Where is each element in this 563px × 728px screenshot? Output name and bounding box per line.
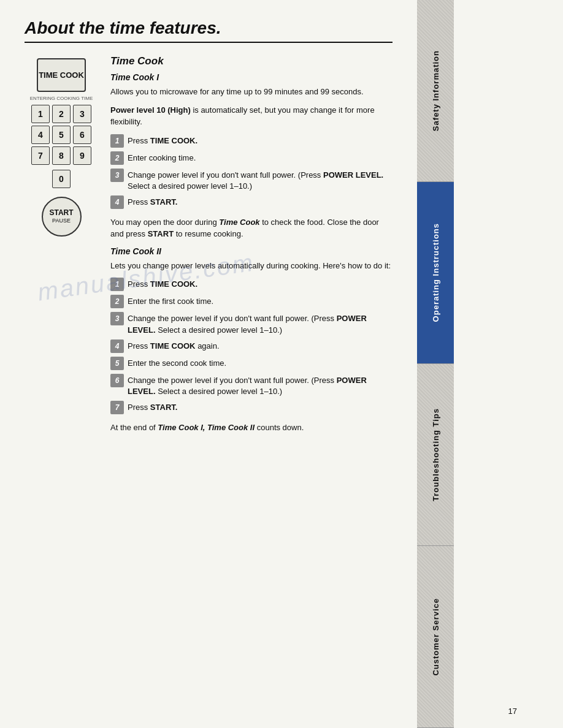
tab-troubleshooting-label: Troubleshooting Tips	[431, 408, 440, 501]
step-tc2-7-icon: 7	[110, 401, 124, 414]
time-cook-1-power: Power level 10 (High) is automatically s…	[110, 104, 393, 128]
step-tc2-1-icon: 1	[110, 278, 124, 291]
tab-operating-label: Operating Instructions	[431, 223, 440, 322]
time-cook-1-intro: Allows you to microwave for any time up …	[110, 86, 393, 98]
step-tc2-3-icon: 3	[110, 312, 124, 325]
key-5[interactable]: 5	[52, 126, 71, 144]
step-item: 5 Enter the second cook time.	[110, 357, 393, 370]
key-6[interactable]: 6	[73, 126, 91, 144]
step-item: 7 Press START.	[110, 401, 393, 414]
time-cook-2-footer: At the end of Time Cook I, Time Cook II …	[110, 422, 393, 434]
key-1[interactable]: 1	[31, 105, 50, 123]
time-cook-button[interactable]: TIME COOK	[37, 58, 86, 92]
tab-customer-label: Customer Service	[431, 598, 440, 676]
step-item: 4 Press TIME COOK again.	[110, 339, 393, 353]
sidebar-tabs: Safety Information Operating Instruction…	[417, 0, 454, 728]
step-item: 1 Press TIME COOK.	[110, 134, 393, 148]
time-cook-2-steps: 1 Press TIME COOK. 2 Enter the first coo…	[110, 278, 393, 414]
step-2-icon: 2	[110, 151, 124, 165]
step-1-icon: 1	[110, 134, 124, 148]
tab-customer[interactable]: Customer Service	[417, 546, 454, 728]
step-3-icon: 3	[110, 169, 124, 182]
tab-operating[interactable]: Operating Instructions	[417, 182, 454, 364]
step-item: 3 Change the power level if you don't wa…	[110, 312, 393, 335]
tab-safety[interactable]: Safety Information	[417, 0, 454, 182]
time-cook-1-tip: You may open the door during Time Cook t…	[110, 216, 393, 240]
keypad-label: ENTERING COOKING TIME	[30, 96, 93, 101]
step-tc2-6-text: Change the power level if you don't want…	[128, 374, 393, 397]
start-pause-button[interactable]: START PAUSE	[42, 197, 82, 237]
step-tc2-4-icon: 4	[110, 339, 124, 353]
step-3-text: Change power level if you don't want ful…	[128, 169, 393, 192]
page-number: 17	[508, 707, 517, 716]
step-tc2-7-text: Press START.	[128, 401, 177, 413]
step-tc2-6-icon: 6	[110, 374, 124, 387]
step-item: 2 Enter the first cook time.	[110, 295, 393, 308]
tab-troubleshooting[interactable]: Troubleshooting Tips	[417, 364, 454, 546]
key-2[interactable]: 2	[52, 105, 71, 123]
page-title: About the time features.	[25, 18, 393, 38]
step-tc2-2-text: Enter the first cook time.	[128, 295, 213, 307]
step-item: 6 Change the power level if you don't wa…	[110, 374, 393, 397]
time-cook-1-subtitle: Time Cook I	[110, 72, 393, 82]
step-tc2-1-text: Press TIME COOK.	[128, 278, 197, 290]
step-tc2-5-icon: 5	[110, 357, 124, 370]
time-cook-1-steps: 1 Press TIME COOK. 2 Enter cooking time.…	[110, 134, 393, 209]
step-4-text: Press START.	[128, 195, 177, 208]
step-1-text: Press TIME COOK.	[128, 134, 197, 146]
step-tc2-5-text: Enter the second cook time.	[128, 357, 226, 369]
step-item: 4 Press START.	[110, 195, 393, 209]
step-tc2-2-icon: 2	[110, 295, 124, 308]
key-9[interactable]: 9	[73, 146, 91, 165]
tab-safety-label: Safety Information	[431, 50, 440, 131]
step-item: 3 Change power level if you don't want f…	[110, 169, 393, 192]
step-2-text: Enter cooking time.	[128, 151, 196, 164]
keypad-panel: TIME COOK ENTERING COOKING TIME 1 2 3 4 …	[25, 58, 98, 440]
step-tc2-3-text: Change the power level if you don't want…	[128, 312, 393, 335]
step-tc2-4-text: Press TIME COOK again.	[128, 339, 220, 352]
key-0[interactable]: 0	[52, 170, 71, 188]
keypad-grid: 1 2 3 4 5 6 7 8 9	[31, 105, 91, 165]
step-item: 1 Press TIME COOK.	[110, 278, 393, 291]
key-3[interactable]: 3	[73, 105, 91, 123]
time-cook-2-intro: Lets you change power levels automatical…	[110, 260, 393, 272]
text-panel: Time Cook Time Cook I Allows you to micr…	[110, 55, 393, 440]
section-title: Time Cook	[110, 55, 393, 67]
key-8[interactable]: 8	[52, 146, 71, 165]
key-7[interactable]: 7	[31, 146, 50, 165]
step-4-icon: 4	[110, 195, 124, 209]
step-item: 2 Enter cooking time.	[110, 151, 393, 165]
title-divider	[25, 42, 393, 43]
key-4[interactable]: 4	[31, 126, 50, 144]
time-cook-2-subtitle: Time Cook II	[110, 246, 393, 256]
